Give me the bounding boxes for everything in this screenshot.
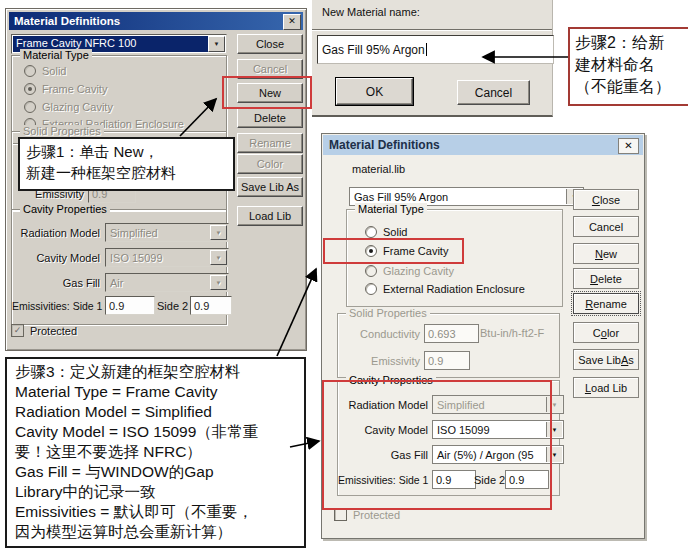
new-button[interactable]: New: [237, 83, 303, 103]
delete-button[interactable]: Delete: [237, 108, 303, 128]
material-type-group-label: Material Type: [20, 49, 92, 61]
cancel-button[interactable]: Cancel: [573, 216, 639, 237]
material-type-group: Material Type Solid Frame Cavity Glazing…: [346, 209, 563, 307]
side2-field[interactable]: 0.9: [190, 296, 232, 315]
radio-frame-cavity[interactable]: Frame Cavity: [24, 83, 107, 95]
radiation-model-select[interactable]: Simplified ▼: [432, 395, 564, 414]
side1-field[interactable]: 0.9: [105, 296, 155, 315]
rename-button[interactable]: Rename: [237, 133, 303, 153]
radio-icon[interactable]: [365, 226, 377, 238]
chevron-down-icon[interactable]: ▼: [210, 225, 227, 240]
step3-line: Gas Fill = 与WINDOW的Gap: [15, 462, 296, 482]
step1-line: 新建一种框架空腔材料: [26, 162, 227, 183]
cavity-model-label: Cavity Model: [12, 252, 100, 264]
radio-external-radiation-enclosure-label: External Radiation Enclosure: [383, 283, 525, 295]
left-dialog-title: Material Definitions: [14, 15, 120, 27]
close-button[interactable]: Close: [573, 189, 639, 210]
step2-line: 步骤2：给新: [575, 32, 688, 54]
checkbox-icon[interactable]: [334, 508, 347, 521]
gas-fill-value: Air: [110, 277, 123, 289]
step3-line: 步骤3：定义新建的框架空腔材料: [15, 362, 296, 382]
new-button[interactable]: New: [573, 243, 639, 264]
side2-field[interactable]: 0.9: [505, 470, 549, 489]
step3-line: Radiation Model = Simplified: [15, 402, 296, 422]
load-lib-button[interactable]: Load Lib: [237, 206, 303, 226]
radiation-model-select[interactable]: Simplified ▼: [105, 223, 229, 242]
radio-glazing-cavity-label: Glazing Cavity: [383, 265, 454, 277]
cavity-model-select[interactable]: ISO 15099 ▼: [105, 248, 229, 267]
cavity-properties-group: Cavity Properties Radiation Model Simpli…: [337, 380, 560, 496]
radio-frame-cavity-label: Frame Cavity: [42, 83, 107, 95]
new-material-name-dialog: New Material name: Gas Fill 95% Argon OK…: [312, 0, 553, 117]
chevron-down-icon[interactable]: ▼: [210, 275, 227, 290]
load-lib-button[interactable]: Load Lib: [573, 377, 639, 398]
radio-icon[interactable]: [24, 65, 36, 77]
cancel-button[interactable]: Cancel: [237, 59, 303, 79]
side1-field[interactable]: 0.9: [432, 470, 476, 489]
gas-fill-select[interactable]: Air (5%) / Argon (95 ▼: [432, 445, 564, 464]
side2-label: Side 2: [157, 300, 188, 312]
save-lib-as-button[interactable]: Save Lib As: [573, 349, 639, 370]
step1-note: 步骤1：单击 New， 新建一种框架空腔材料: [18, 137, 235, 191]
radio-icon[interactable]: [24, 83, 36, 95]
step3-line: 要！这里不要选择 NFRC）: [15, 442, 296, 462]
conductivity-units-label: Btu-in/h-ft2-F: [480, 327, 544, 339]
radio-solid[interactable]: Solid: [365, 226, 407, 238]
close-icon[interactable]: ✕: [283, 14, 301, 30]
chevron-down-icon[interactable]: ▼: [546, 422, 562, 437]
chevron-down-icon[interactable]: ▼: [546, 447, 562, 462]
step3-line: Cavity Model = ISO 15099（非常重: [15, 422, 296, 442]
step3-line: Emissivities = 默认即可（不重要，: [15, 502, 296, 522]
radio-icon[interactable]: [365, 265, 377, 277]
radiation-model-label: Radiation Model: [12, 227, 100, 239]
material-type-group-label: Material Type: [355, 203, 427, 215]
cancel-button[interactable]: Cancel: [457, 80, 530, 105]
protected-checkbox-row[interactable]: Protected: [334, 508, 400, 521]
conductivity-field[interactable]: 0.693: [424, 324, 479, 343]
emissivities-side1-label: Emissivities: Side 1: [12, 300, 100, 312]
radio-glazing-cavity[interactable]: Glazing Cavity: [24, 101, 113, 113]
radio-icon[interactable]: [365, 283, 377, 295]
color-button[interactable]: Color: [237, 154, 303, 174]
radio-solid[interactable]: Solid: [24, 65, 66, 77]
cavity-model-value: ISO 15099: [110, 252, 163, 264]
radio-icon[interactable]: [24, 101, 36, 113]
gas-fill-value: Air (5%) / Argon (95: [437, 449, 534, 461]
gas-fill-select[interactable]: Air ▼: [105, 273, 229, 292]
radio-frame-cavity[interactable]: Frame Cavity: [365, 245, 448, 257]
right-dialog-titlebar[interactable]: Material Definitions ✕: [323, 135, 643, 155]
radio-icon[interactable]: [365, 245, 377, 257]
cavity-model-value: ISO 15099: [437, 424, 490, 436]
step3-line: Material Type = Frame Cavity: [15, 382, 296, 402]
radiation-model-value: Simplified: [110, 227, 158, 239]
solid-properties-group: Solid Properties Conductivity 0.693 Btu-…: [337, 313, 560, 378]
chevron-down-icon[interactable]: ▼: [546, 397, 562, 412]
material-name-input[interactable]: Gas Fill 95% Argon: [317, 35, 554, 64]
radio-external-radiation-enclosure[interactable]: External Radiation Enclosure: [365, 283, 525, 295]
solid-properties-group-label: Solid Properties: [346, 307, 430, 319]
color-button[interactable]: Color: [573, 322, 639, 343]
step2-note: 步骤2：给新 建材料命名 （不能重名）: [568, 27, 688, 106]
chevron-down-icon[interactable]: ▼: [210, 250, 227, 265]
cavity-model-select[interactable]: ISO 15099 ▼: [432, 420, 564, 439]
protected-label: Protected: [353, 509, 400, 521]
emissivity-field[interactable]: 0.9: [424, 351, 470, 370]
close-icon[interactable]: ✕: [618, 138, 639, 154]
save-lib-as-button[interactable]: Save Lib As: [237, 177, 303, 197]
material-definitions-dialog-right: Material Definitions ✕ material.lib Gas …: [321, 133, 645, 539]
radio-frame-cavity-label: Frame Cavity: [383, 245, 448, 257]
protected-checkbox-row[interactable]: ✓ Protected: [11, 324, 77, 337]
solid-properties-group-label: Solid Properties: [20, 125, 104, 137]
step3-line: 因为模型运算时总会重新计算）: [15, 522, 296, 542]
emissivities-side1-label: Emissivities: Side 1: [338, 474, 428, 486]
material-select-value: Gas Fill 95% Argon: [354, 191, 448, 203]
left-dialog-titlebar[interactable]: Material Definitions ✕: [9, 12, 303, 30]
checkbox-checked-icon[interactable]: ✓: [11, 324, 24, 337]
chevron-down-icon[interactable]: ▼: [208, 36, 225, 52]
delete-button[interactable]: Delete: [573, 268, 639, 289]
radio-glazing-cavity[interactable]: Glazing Cavity: [365, 265, 454, 277]
close-button[interactable]: Close: [237, 34, 303, 54]
gas-fill-label: Gas Fill: [12, 277, 100, 289]
rename-button[interactable]: Rename: [573, 293, 639, 314]
ok-button[interactable]: OK: [336, 78, 413, 105]
